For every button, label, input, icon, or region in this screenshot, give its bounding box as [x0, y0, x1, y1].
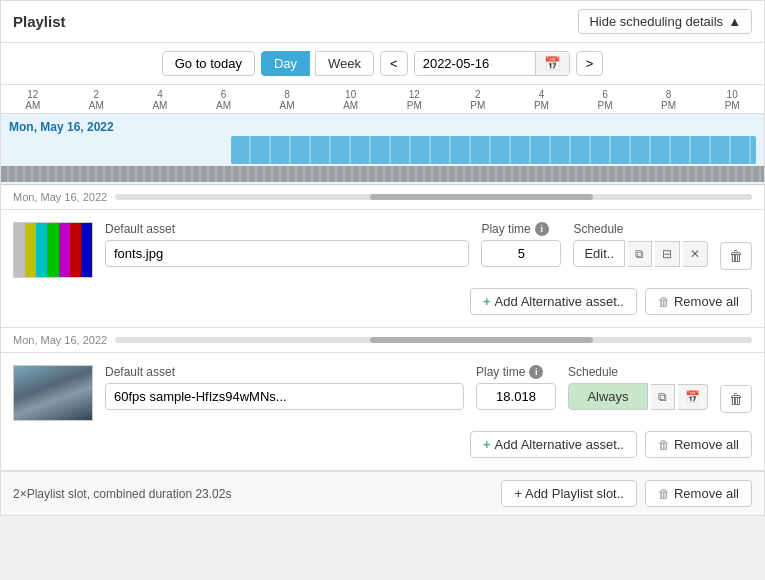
calendar-icon-button[interactable]: 📅 — [535, 52, 569, 75]
slot1-add-alternative-button[interactable]: + Add Alternative asset.. — [470, 288, 637, 315]
hour-label-2am: 2AM — [65, 89, 129, 111]
calendar-controls: Go to today Day Week < 📅 > — [1, 43, 764, 85]
slot1-filename-input[interactable] — [105, 240, 469, 267]
hour-label-10am: 10AM — [319, 89, 383, 111]
week-view-button[interactable]: Week — [315, 51, 374, 76]
timeline-date-label: Mon, May 16, 2022 — [9, 120, 114, 134]
slot1-playtime-section: Play time i — [481, 222, 561, 267]
slot2-scrollbar-track[interactable] — [115, 337, 752, 343]
calendar-icon: 📅 — [544, 56, 561, 71]
slot2-playtime-info-icon: i — [529, 365, 543, 379]
slot1-delete-button[interactable]: 🗑 — [720, 242, 752, 270]
footer-trash-icon: 🗑 — [658, 487, 670, 501]
hour-label-2pm: 2PM — [446, 89, 510, 111]
hour-label-6am: 6AM — [192, 89, 256, 111]
slot2-add-alternative-button[interactable]: + Add Alternative asset.. — [470, 431, 637, 458]
slot2-thumbnail — [13, 365, 93, 421]
slot2-schedule-copy-button[interactable]: ⧉ — [651, 384, 675, 410]
slot1-schedule-label: Schedule — [573, 222, 708, 236]
slot2-schedule-calendar-button[interactable]: 📅 — [678, 384, 708, 410]
slot1-schedule-copy-button[interactable]: ⧉ — [628, 241, 652, 267]
timeline-bar-area[interactable]: Mon, May 16, 2022 — [1, 114, 764, 184]
slot1-scrollbar-area: Mon, May 16, 2022 — [1, 185, 764, 210]
slot2-schedule-label: Schedule — [568, 365, 708, 379]
slot1-remove-all-label: Remove all — [674, 294, 739, 309]
slot1-asset-row: Default asset Play time i Schedule Edit.… — [13, 222, 752, 278]
slot2-photo-image — [14, 366, 92, 420]
footer: 2×Playlist slot, combined duration 23.02… — [1, 471, 764, 515]
slot2-filename-input[interactable] — [105, 383, 464, 410]
hour-label-10pm: 10PM — [700, 89, 764, 111]
paste-icon: ⊟ — [662, 247, 672, 261]
footer-actions: + Add Playlist slot.. 🗑 Remove all — [501, 480, 752, 507]
add-playlist-label: + Add Playlist slot.. — [514, 486, 623, 501]
slot2-remove-all-label: Remove all — [674, 437, 739, 452]
page-container: Playlist Hide scheduling details ▲ Go to… — [0, 0, 765, 516]
slot2-remove-all-button[interactable]: 🗑 Remove all — [645, 431, 752, 458]
slot1-trash-icon: 🗑 — [729, 248, 743, 264]
hour-label-6pm: 6PM — [573, 89, 637, 111]
hour-label-12am: 12AM — [1, 89, 65, 111]
hour-label-12pm: 12PM — [382, 89, 446, 111]
hide-scheduling-label: Hide scheduling details — [589, 14, 723, 29]
date-input[interactable] — [415, 52, 535, 75]
go-to-today-button[interactable]: Go to today — [162, 51, 255, 76]
cal-icon: 📅 — [685, 390, 700, 404]
slot2-playtime-label: Play time i — [476, 365, 556, 379]
slot2-add-alt-label: Add Alternative asset.. — [495, 437, 624, 452]
slot1-playtime-input[interactable] — [481, 240, 561, 267]
slot1-remove-all-button[interactable]: 🗑 Remove all — [645, 288, 752, 315]
slot1-playtime-info-icon: i — [535, 222, 549, 236]
slot1-schedule-paste-button[interactable]: ⊟ — [655, 241, 680, 267]
timeline-hours: 12AM 2AM 4AM 6AM 8AM 10AM 12PM 2PM 4PM 6… — [1, 85, 764, 114]
slot2-schedule-always-button[interactable]: Always — [568, 383, 648, 410]
slot2-scrollbar-area: Mon, May 16, 2022 — [1, 328, 764, 353]
slot1-thumbnail — [13, 222, 93, 278]
slot1-actions: + Add Alternative asset.. 🗑 Remove all — [13, 288, 752, 315]
x-icon: ✕ — [690, 247, 700, 261]
slot2-date: Mon, May 16, 2022 — [13, 334, 107, 346]
slot1-add-alt-label: Add Alternative asset.. — [495, 294, 624, 309]
slot2-schedule-controls: Always ⧉ 📅 — [568, 383, 708, 410]
hide-scheduling-button[interactable]: Hide scheduling details ▲ — [578, 9, 752, 34]
slot1-default-asset-label: Default asset — [105, 222, 469, 236]
slot1-scrollbar-thumb — [370, 194, 593, 200]
chevron-up-icon: ▲ — [728, 14, 741, 29]
plus-icon: + — [483, 294, 491, 309]
footer-info: 2×Playlist slot, combined duration 23.02… — [13, 487, 231, 501]
slot1-playtime-label: Play time i — [481, 222, 561, 236]
hour-label-8pm: 8PM — [637, 89, 701, 111]
day-view-button[interactable]: Day — [261, 51, 310, 76]
slot2-actions: + Add Alternative asset.. 🗑 Remove all — [13, 431, 752, 458]
prev-nav-button[interactable]: < — [380, 51, 408, 76]
slot2-playtime-input[interactable] — [476, 383, 556, 410]
slot1-date: Mon, May 16, 2022 — [13, 191, 107, 203]
slot1-scrollbar-track[interactable] — [115, 194, 752, 200]
slot2-delete-button[interactable]: 🗑 — [720, 385, 752, 413]
slot1-schedule-edit-button[interactable]: Edit.. — [573, 240, 625, 267]
timeline-content-strip2 — [1, 166, 764, 182]
slot1-remove-trash-icon: 🗑 — [658, 295, 670, 309]
playlist-slot-1: Default asset Play time i Schedule Edit.… — [1, 210, 764, 328]
plus2-icon: + — [483, 437, 491, 452]
slot1-schedule-controls: Edit.. ⧉ ⊟ ✕ — [573, 240, 708, 267]
slot2-remove-trash-icon: 🗑 — [658, 438, 670, 452]
slot2-scrollbar-thumb — [370, 337, 593, 343]
timeline-content-strip — [231, 136, 756, 164]
slot1-asset-details: Default asset — [105, 222, 469, 267]
timeline-container: 12AM 2AM 4AM 6AM 8AM 10AM 12PM 2PM 4PM 6… — [1, 85, 764, 185]
add-playlist-slot-button[interactable]: + Add Playlist slot.. — [501, 480, 636, 507]
slot1-schedule-delete-button[interactable]: ✕ — [683, 241, 708, 267]
slot2-playtime-section: Play time i — [476, 365, 556, 410]
footer-remove-all-button[interactable]: 🗑 Remove all — [645, 480, 752, 507]
slot2-schedule-section: Schedule Always ⧉ 📅 — [568, 365, 708, 410]
next-nav-button[interactable]: > — [576, 51, 604, 76]
slot2-asset-details: Default asset — [105, 365, 464, 410]
copy2-icon: ⧉ — [658, 390, 667, 404]
slot2-default-asset-label: Default asset — [105, 365, 464, 379]
slot1-testcard-image — [14, 223, 92, 277]
copy-icon: ⧉ — [635, 247, 644, 261]
slot1-schedule-section: Schedule Edit.. ⧉ ⊟ ✕ — [573, 222, 708, 267]
header: Playlist Hide scheduling details ▲ — [1, 1, 764, 43]
playlist-slot-2: Default asset Play time i Schedule Alway… — [1, 353, 764, 471]
